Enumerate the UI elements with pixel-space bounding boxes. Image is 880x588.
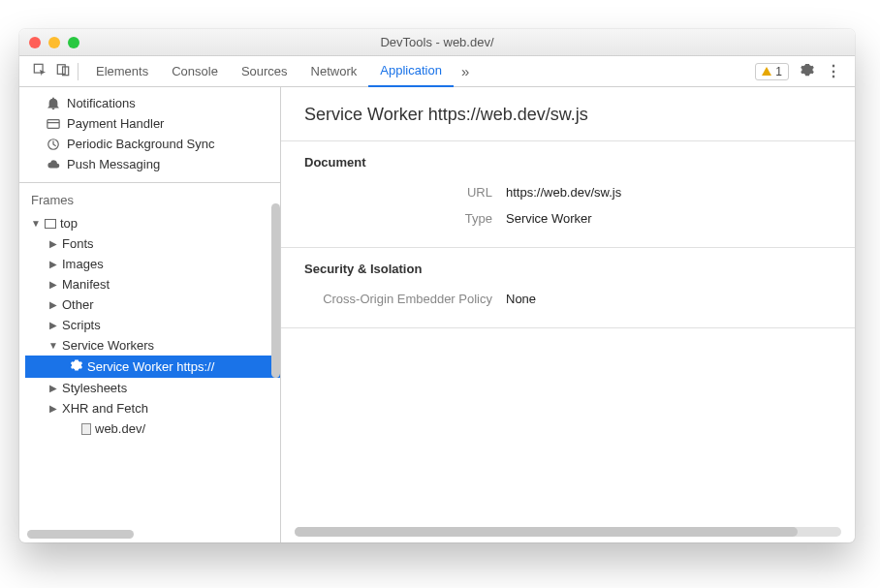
section-document: Document URL https://web.dev/sw.js Type … <box>281 141 855 248</box>
bell-icon <box>47 97 60 110</box>
label-type: Type <box>304 211 506 226</box>
tab-sources[interactable]: Sources <box>230 56 299 87</box>
chevron-right-icon[interactable] <box>48 279 58 290</box>
scrollbar-thumb[interactable] <box>295 527 798 537</box>
panel-tabs: Elements Console Sources Network Applica… <box>84 56 747 87</box>
frames-section-label: Frames <box>19 183 280 213</box>
titlebar: DevTools - web.dev/ <box>19 29 855 56</box>
section-heading: Security & Isolation <box>304 262 832 276</box>
tree-label: Service Workers <box>62 338 154 353</box>
sidebar-item-periodic-sync[interactable]: Periodic Background Sync <box>19 134 280 154</box>
more-options-icon[interactable]: ⋮ <box>826 62 841 80</box>
device-toolbar-icon[interactable] <box>56 63 70 80</box>
clock-icon <box>47 138 60 151</box>
tree-item-scripts[interactable]: Scripts <box>25 315 280 335</box>
section-security: Security & Isolation Cross-Origin Embedd… <box>281 248 855 328</box>
tree-label: Other <box>62 297 94 312</box>
main-scrollbar-horizontal[interactable] <box>295 527 841 537</box>
tree-label: Stylesheets <box>62 381 127 395</box>
warnings-count: 1 <box>775 65 782 78</box>
tabs-overflow-icon[interactable]: » <box>454 56 477 87</box>
tree-item-images[interactable]: Images <box>25 254 280 274</box>
chevron-right-icon[interactable] <box>48 238 58 249</box>
card-icon <box>47 117 60 131</box>
tree-item-stylesheets[interactable]: Stylesheets <box>25 378 280 398</box>
svg-rect-3 <box>47 119 59 128</box>
tab-elements[interactable]: Elements <box>84 56 160 87</box>
sidebar-scrollbar-vertical[interactable] <box>271 203 280 378</box>
tab-console[interactable]: Console <box>160 56 230 87</box>
svg-rect-1 <box>57 64 65 74</box>
label-coep: Cross-Origin Embedder Policy <box>304 292 506 306</box>
tree-label: Manifest <box>62 277 110 292</box>
cloud-icon <box>47 158 60 171</box>
sidebar-scrollbar-horizontal[interactable] <box>27 530 134 539</box>
section-heading: Document <box>304 155 832 170</box>
sidebar-item-label: Payment Handler <box>67 116 164 131</box>
gear-icon <box>70 358 83 375</box>
details-panel: Service Worker https://web.dev/sw.js Doc… <box>281 87 855 542</box>
tree-label: Images <box>62 257 104 271</box>
chevron-down-icon[interactable] <box>31 218 41 229</box>
tree-item-fonts[interactable]: Fonts <box>25 233 280 254</box>
tree-item-sw-detail[interactable]: Service Worker https:// <box>25 356 280 378</box>
sidebar-item-push-messaging[interactable]: Push Messaging <box>19 154 280 174</box>
value-url: https://web.dev/sw.js <box>506 185 621 200</box>
tree-label: top <box>60 216 78 231</box>
tab-network[interactable]: Network <box>299 56 369 87</box>
chevron-right-icon[interactable] <box>48 383 58 393</box>
tree-item-service-workers[interactable]: Service Workers <box>25 335 280 356</box>
sidebar-item-payment-handler[interactable]: Payment Handler <box>19 113 280 134</box>
window-title: DevTools - web.dev/ <box>19 35 855 49</box>
tree-label: XHR and Fetch <box>62 401 148 416</box>
warning-icon <box>762 67 771 76</box>
row-type: Type Service Worker <box>304 205 832 232</box>
details-title: Service Worker https://web.dev/sw.js <box>281 87 855 141</box>
row-coep: Cross-Origin Embedder Policy None <box>304 286 832 312</box>
row-url: URL https://web.dev/sw.js <box>304 179 832 205</box>
chevron-down-icon[interactable] <box>48 340 58 351</box>
devtools-toolbar: Elements Console Sources Network Applica… <box>19 56 855 87</box>
value-coep: None <box>506 292 536 306</box>
sidebar-item-label: Notifications <box>67 96 136 110</box>
application-sidebar: Notifications Payment Handler Periodic B… <box>19 87 281 542</box>
value-type: Service Worker <box>506 211 592 226</box>
document-icon <box>81 423 91 435</box>
label-url: URL <box>304 185 506 200</box>
sidebar-item-label: Push Messaging <box>67 157 160 171</box>
tab-application[interactable]: Application <box>368 56 454 87</box>
frames-tree: top Fonts Images Manifest Other <box>19 213 280 439</box>
tree-item-xhr-fetch[interactable]: XHR and Fetch <box>25 398 280 418</box>
devtools-window: DevTools - web.dev/ Elements Console Sou… <box>19 29 855 542</box>
tree-label: web.dev/ <box>95 421 145 436</box>
warnings-badge[interactable]: 1 <box>755 63 789 80</box>
tree-item-top[interactable]: top <box>25 213 280 233</box>
tree-item-other[interactable]: Other <box>25 294 280 315</box>
tree-item-webdev[interactable]: web.dev/ <box>25 418 280 439</box>
inspect-icon[interactable] <box>33 63 47 80</box>
tree-item-manifest[interactable]: Manifest <box>25 274 280 294</box>
sidebar-item-notifications[interactable]: Notifications <box>19 93 280 113</box>
chevron-right-icon[interactable] <box>48 299 58 310</box>
chevron-right-icon[interactable] <box>48 320 58 330</box>
chevron-right-icon[interactable] <box>48 259 58 269</box>
frame-icon <box>45 219 56 229</box>
settings-icon[interactable] <box>801 63 814 79</box>
tree-label: Scripts <box>62 318 101 332</box>
chevron-right-icon[interactable] <box>48 403 58 414</box>
tree-label: Fonts <box>62 236 94 251</box>
sidebar-item-label: Periodic Background Sync <box>67 137 214 151</box>
tree-label: Service Worker https:// <box>87 359 214 374</box>
